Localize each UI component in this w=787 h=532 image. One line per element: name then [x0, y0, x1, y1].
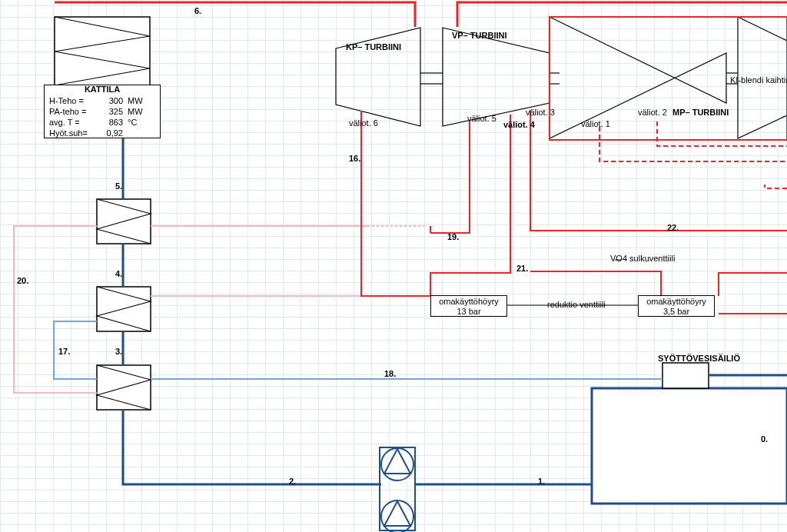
kp-turbine-label: KP– TURBIINI — [346, 42, 401, 52]
omak2-sub: 3,5 bar — [639, 307, 714, 317]
svg-marker-4 — [550, 17, 726, 138]
svg-point-17 — [381, 500, 413, 532]
vo4-label: VO4 sulkuventtiili — [610, 254, 675, 263]
stream-1: 1. — [538, 477, 545, 486]
stream-19: 19. — [447, 232, 459, 241]
stream-21: 21. — [516, 264, 528, 273]
svg-point-15 — [381, 448, 413, 480]
valiot-5: väliot. 5 — [467, 114, 496, 123]
svg-rect-21 — [592, 388, 787, 504]
omak1-title: omakäyttöhöyry — [431, 297, 506, 307]
reduktio-label: reduktio venttiili — [547, 300, 606, 309]
valiot-3: väliot. 3 — [526, 108, 555, 117]
mp-turbine-label: MP– TURBIINI — [672, 108, 729, 117]
kattila-title: KATTILA — [85, 85, 120, 94]
diagram-svg — [0, 0, 787, 532]
omak1-sub: 13 bar — [431, 307, 506, 317]
stream-5: 5. — [115, 181, 122, 191]
stream-2: 2. — [289, 477, 296, 486]
kattila-box: KATTILA H-Teho =300MW PA-teho =325MW avg… — [44, 85, 161, 138]
stream-16: 16. — [349, 154, 360, 163]
valiot-4: väliot. 4 — [503, 120, 535, 129]
omak-13bar-box: omakäyttöhöyry 13 bar — [430, 295, 507, 317]
syotto-title: SYÖTTÖVESISÄILIÖ — [658, 354, 740, 363]
kl-blendikaihdin-label: KI-blendi kaihtir — [730, 75, 787, 85]
stream-17: 17. — [58, 347, 70, 356]
stream-6: 6. — [194, 6, 201, 15]
stream-20: 20. — [17, 276, 28, 285]
stream-4: 4. — [115, 269, 122, 278]
stream-3: 3. — [115, 347, 122, 356]
valiot-6: väliot. 6 — [349, 118, 378, 128]
vp-turbine-label: VP– TURBIINI — [452, 31, 507, 40]
stream-22: 22. — [667, 223, 679, 232]
stream-9: 9. — [607, 0, 614, 2]
kattila-rows: H-Teho =300MW PA-teho =325MW avg. T =863… — [49, 95, 155, 138]
omak2-title: omakäyttöhöyry — [639, 297, 714, 307]
stream-18: 18. — [384, 369, 396, 378]
valiot-1: väliot. 1 — [581, 119, 610, 128]
omak-35bar-box: omakäyttöhöyry 3,5 bar — [638, 295, 715, 317]
valiot-2: väliot. 2 — [638, 108, 667, 117]
svg-rect-8 — [55, 17, 150, 85]
stream-0: 0. — [761, 434, 768, 444]
svg-rect-22 — [662, 363, 709, 388]
